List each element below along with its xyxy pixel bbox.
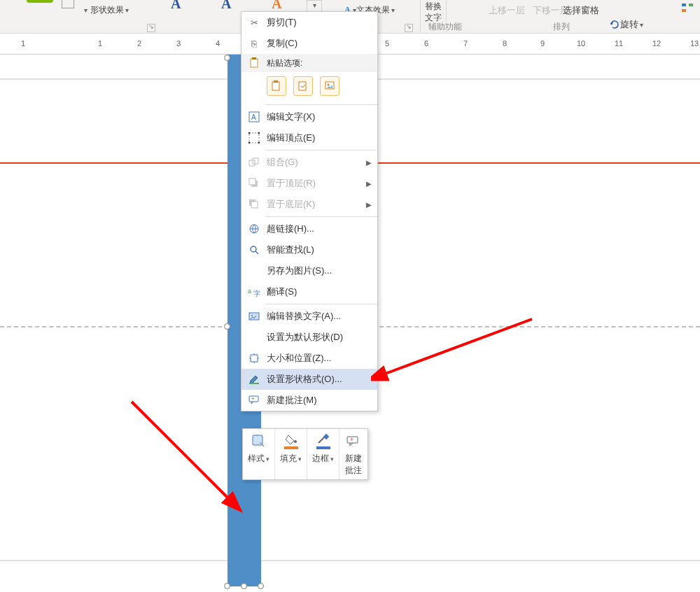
menu-item-set-default[interactable]: 设置为默认形状(D) <box>241 327 377 348</box>
paste-option-keep-source[interactable] <box>267 76 286 96</box>
menu-item-size-position[interactable]: 大小和位置(Z)... <box>241 348 377 369</box>
menu-item-new-comment[interactable]: + 新建批注(M) <box>241 390 377 411</box>
menu-section-paste-options: 粘贴选项: <box>241 54 377 72</box>
menu-label: 新建批注(M) <box>267 394 317 407</box>
svg-rect-2 <box>682 9 686 12</box>
menu-separator <box>265 216 377 217</box>
menu-separator <box>265 150 377 150</box>
menu-item-save-as-picture[interactable]: 另存为图片(S)... <box>241 260 377 281</box>
svg-rect-7 <box>299 82 306 90</box>
wordart-style-a2-icon[interactable]: A <box>221 0 231 12</box>
hyperlink-icon <box>246 222 262 236</box>
rotate-label: 旋转 <box>620 18 638 31</box>
svg-point-16 <box>258 142 260 144</box>
menu-label: 另存为图片(S)... <box>267 265 332 277</box>
bring-forward-button[interactable]: 上移一层 <box>489 5 525 15</box>
chevron-down-icon: ▾ <box>125 6 129 14</box>
menu-item-send-back: 置于底层(K) ▶ <box>241 194 377 215</box>
svg-point-29 <box>251 315 253 316</box>
svg-text:A: A <box>251 113 256 121</box>
resize-handle-se[interactable] <box>258 583 264 589</box>
align-icon <box>680 3 694 14</box>
dialog-launcher-shape[interactable] <box>147 24 155 32</box>
menu-label: 设置为默认形状(D) <box>267 331 343 344</box>
menu-label: 置于底层(K) <box>267 198 315 211</box>
resize-handle-nw[interactable] <box>224 55 230 61</box>
chevron-down-icon: ▾ <box>640 21 643 29</box>
paste-option-merge[interactable] <box>293 76 313 96</box>
chevron-down-icon: ▾ <box>391 6 395 14</box>
menu-label: 编辑文字(X) <box>267 111 315 123</box>
layer-buttons: 上移一层 下移一层 <box>489 4 569 17</box>
svg-point-15 <box>248 142 251 144</box>
svg-line-40 <box>132 402 231 501</box>
annotation-arrow-lower <box>126 396 252 515</box>
alt-text-label-top: 替换 <box>425 1 442 11</box>
translate-icon: a字 <box>246 285 262 299</box>
copy-icon: ⎘ <box>246 36 262 50</box>
ruler-tick: 11 <box>615 39 623 48</box>
menu-label: 组合(G) <box>267 156 298 169</box>
selection-pane-button[interactable]: 选择窗格 <box>563 4 599 17</box>
menu-item-copy[interactable]: ⎘ 复制(C) <box>241 33 377 54</box>
chevron-down-icon: ▾ <box>266 456 270 463</box>
menu-item-alt-text[interactable]: 编辑替换文字(A)... <box>241 306 377 327</box>
ruler-tick: 5 <box>385 39 389 48</box>
edit-text-icon: A <box>246 110 262 124</box>
resize-handle-sw[interactable] <box>224 583 230 589</box>
chevron-down-icon: ▾ <box>330 456 334 463</box>
blank-icon <box>246 264 262 278</box>
group-icon <box>246 155 262 169</box>
menu-separator <box>265 104 377 105</box>
rotate-button[interactable]: 旋转 ▾ <box>609 18 643 31</box>
size-position-icon <box>246 351 262 365</box>
menu-item-smart-lookup[interactable]: 智能查找(L) <box>241 239 377 260</box>
submenu-arrow-icon: ▶ <box>366 180 372 188</box>
shape-effects-chevron-icon: ▾ <box>84 6 88 14</box>
bring-front-icon <box>246 176 262 190</box>
cut-icon: ✂ <box>246 15 262 29</box>
menu-item-cut[interactable]: ✂ 剪切(T) <box>241 12 377 33</box>
menu-item-edit-points[interactable]: 编辑顶点(E) <box>241 127 377 148</box>
send-back-icon <box>246 197 262 211</box>
mini-label-l1: 新建 <box>345 453 362 463</box>
submenu-arrow-icon: ▶ <box>366 201 372 209</box>
dialog-launcher-wordart[interactable] <box>405 24 413 32</box>
ruler-tick: 12 <box>652 39 661 48</box>
wordart-style-a1-icon[interactable]: A <box>171 0 181 12</box>
paste-option-picture[interactable] <box>320 76 340 96</box>
submenu-arrow-icon: ▶ <box>366 159 372 167</box>
svg-point-35 <box>294 440 297 443</box>
wordart-style-a3-icon[interactable]: A <box>272 0 281 12</box>
svg-rect-20 <box>249 178 255 185</box>
align-button[interactable] <box>680 3 694 14</box>
ruler-tick: 7 <box>463 39 468 48</box>
menu-item-hyperlink[interactable]: 超链接(H)... <box>241 218 377 239</box>
ruler-tick: 10 <box>577 39 585 48</box>
resize-handle-s[interactable] <box>241 583 247 589</box>
ruler-tick: 9 <box>540 39 545 48</box>
shape-effects-button[interactable]: ▾ 形状效果 ▾ <box>84 4 132 16</box>
paste-options-row <box>241 72 377 103</box>
menu-item-format-shape[interactable]: 设置形状格式(O)... <box>241 369 377 390</box>
smart-lookup-icon <box>246 243 262 257</box>
resize-handle-w[interactable] <box>224 323 230 330</box>
ribbon-stub-box <box>62 0 74 8</box>
svg-rect-1 <box>689 3 693 6</box>
chevron-down-icon: ▾ <box>298 456 302 463</box>
mini-toolbar: 样式▾ 填充▾ 边框▾ + 新建 批注 <box>242 428 368 480</box>
mini-new-comment-button[interactable]: + 新建 批注 <box>340 429 368 479</box>
annotation-arrow-upper <box>371 313 539 397</box>
menu-separator <box>265 304 377 304</box>
menu-item-edit-text[interactable]: A 编辑文字(X) <box>241 106 377 127</box>
menu-label: 超链接(H)... <box>267 223 314 235</box>
outline-icon <box>309 433 337 450</box>
blank-icon <box>246 330 262 344</box>
svg-rect-4 <box>252 57 256 59</box>
rotate-icon <box>609 19 620 30</box>
mini-fill-button[interactable]: 填充▾ <box>275 429 307 479</box>
menu-item-translate[interactable]: a字 翻译(S) <box>241 281 377 302</box>
svg-point-24 <box>251 246 256 252</box>
mini-outline-button[interactable]: 边框▾ <box>307 429 340 479</box>
ruler-tick: 4 <box>216 39 220 48</box>
